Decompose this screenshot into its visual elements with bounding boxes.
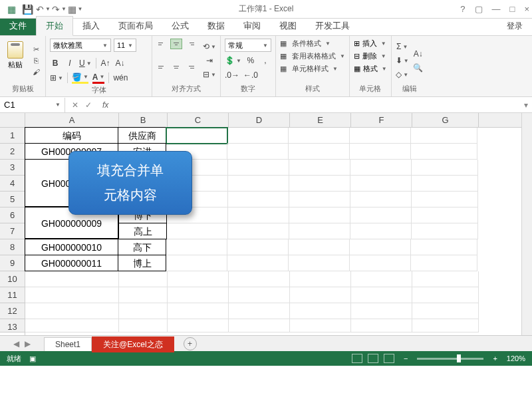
tab-data[interactable]: 数据 xyxy=(198,17,234,35)
zoom-level[interactable]: 120% xyxy=(507,354,525,362)
wrap-text-button[interactable]: ⇥ xyxy=(203,55,216,66)
tab-dev[interactable]: 开发工具 xyxy=(306,17,359,35)
comma-button[interactable]: , xyxy=(260,55,271,66)
row-header-2[interactable]: 2 xyxy=(0,144,25,160)
close-icon[interactable]: × xyxy=(524,4,529,14)
row-header-7[interactable]: 7 xyxy=(0,223,25,239)
view-normal-icon[interactable] xyxy=(352,354,362,363)
qat-custom-icon[interactable]: ▦▼ xyxy=(69,3,81,15)
sheet-nav-next-icon[interactable]: ▶ xyxy=(25,339,31,348)
percent-button[interactable]: % xyxy=(245,55,256,66)
format-painter-icon[interactable]: 🖌 xyxy=(31,67,41,76)
expand-formula-icon[interactable]: ▾ xyxy=(520,100,532,110)
tab-insert[interactable]: 插入 xyxy=(73,17,109,35)
fx-icon[interactable]: fx xyxy=(98,100,112,110)
cell-B8[interactable]: 高下 xyxy=(118,239,166,255)
cell-B7[interactable]: 高上 xyxy=(118,223,167,239)
view-layout-icon[interactable] xyxy=(368,354,378,363)
view-pagebreak-icon[interactable] xyxy=(384,354,394,363)
decrease-decimal-button[interactable]: ←.0 xyxy=(243,69,258,81)
cancel-formula-icon[interactable]: ✕ xyxy=(72,100,78,110)
row-header-12[interactable]: 12 xyxy=(0,303,25,319)
font-color-button[interactable]: A▼ xyxy=(92,72,105,84)
clear-button[interactable]: ◇▼ xyxy=(396,68,409,80)
format-cells-button[interactable]: ▦格式▼ xyxy=(354,64,387,74)
align-mid-center[interactable] xyxy=(170,62,182,72)
cell-B1[interactable]: 供应商 xyxy=(118,127,166,144)
align-mid-left[interactable] xyxy=(156,62,168,72)
row-header-11[interactable]: 11 xyxy=(0,287,25,303)
border-button[interactable]: ⊞▼ xyxy=(50,72,63,84)
font-name-combo[interactable]: 微软雅黑▼ xyxy=(50,39,111,52)
zoom-out-button[interactable]: − xyxy=(404,354,408,362)
cell-A8[interactable]: GH000000010 xyxy=(25,239,118,255)
cell-A1[interactable]: 编码 xyxy=(25,127,118,144)
grow-font-icon[interactable]: A↑ xyxy=(100,57,111,69)
col-header-F[interactable]: F xyxy=(351,113,412,127)
col-header-C[interactable]: C xyxy=(168,113,229,127)
align-mid-right[interactable] xyxy=(184,62,196,72)
tab-review[interactable]: 审阅 xyxy=(234,17,270,35)
minimize-icon[interactable]: — xyxy=(492,4,501,14)
fill-button[interactable]: ⬇▼ xyxy=(396,55,409,66)
save-icon[interactable]: 💾 xyxy=(21,3,33,15)
vertical-scrollbar[interactable] xyxy=(521,113,532,335)
row-header-8[interactable]: 8 xyxy=(0,239,25,255)
cell-B9[interactable]: 博上 xyxy=(118,255,166,271)
sheet-tab-1[interactable]: Sheet1 xyxy=(44,337,92,351)
redo-icon[interactable]: ↷▼ xyxy=(53,3,65,15)
table-format-button[interactable]: ▦套用表格格式▼ xyxy=(280,51,345,61)
paste-button[interactable]: 粘贴 xyxy=(4,39,27,82)
align-top-left[interactable] xyxy=(156,39,168,49)
tab-view[interactable]: 视图 xyxy=(270,17,306,35)
col-header-G[interactable]: G xyxy=(412,113,479,127)
col-header-B[interactable]: B xyxy=(119,113,168,127)
row-header-1[interactable]: 1 xyxy=(0,128,25,144)
find-button[interactable]: 🔍 xyxy=(413,62,424,74)
name-box[interactable]: C1▼ xyxy=(0,98,65,112)
zoom-in-button[interactable]: + xyxy=(493,354,497,362)
col-header-E[interactable]: E xyxy=(290,113,351,127)
shrink-font-icon[interactable]: A↓ xyxy=(115,57,126,69)
cell-A9[interactable]: GH000000011 xyxy=(25,255,118,271)
tab-file[interactable]: 文件 xyxy=(0,17,36,35)
bold-button[interactable]: B xyxy=(50,57,61,69)
enter-formula-icon[interactable]: ✓ xyxy=(85,100,92,110)
cell-grid[interactable]: 编码供应商 GH000000007安进 GH000000008安全 安下 三元 … xyxy=(25,128,521,335)
row-header-6[interactable]: 6 xyxy=(0,207,25,223)
sheet-tab-2[interactable]: 关注@Excel之恋 xyxy=(92,336,174,352)
orientation-button[interactable]: ⟲▼ xyxy=(203,41,216,53)
ribbon-toggle-icon[interactable]: ▢ xyxy=(475,4,483,14)
merge-button[interactable]: ⊟▼ xyxy=(203,68,216,80)
sort-filter-button[interactable]: A↓ xyxy=(413,48,424,60)
row-header-3[interactable]: 3 xyxy=(0,160,25,176)
italic-button[interactable]: I xyxy=(65,57,75,69)
delete-cells-button[interactable]: ⊟删除▼ xyxy=(354,51,387,61)
login-link[interactable]: 登录 xyxy=(497,17,532,35)
row-header-4[interactable]: 4 xyxy=(0,176,25,192)
help-icon[interactable]: ? xyxy=(460,4,465,14)
copy-icon[interactable]: ⎘ xyxy=(31,56,41,65)
autosum-button[interactable]: Σ▼ xyxy=(396,41,409,53)
col-header-A[interactable]: A xyxy=(25,113,119,127)
add-sheet-button[interactable]: + xyxy=(184,337,197,350)
zoom-slider[interactable] xyxy=(417,358,483,360)
underline-button[interactable]: U▼ xyxy=(79,57,92,69)
undo-icon[interactable]: ↶▼ xyxy=(37,3,49,15)
col-header-D[interactable]: D xyxy=(229,113,290,127)
align-top-center[interactable] xyxy=(170,39,182,49)
phonetic-button[interactable]: wén xyxy=(113,72,128,84)
cut-icon[interactable]: ✂ xyxy=(31,45,41,54)
tab-home[interactable]: 开始 xyxy=(36,16,73,36)
callout-shape[interactable]: 填充合并单 元格内容 xyxy=(68,151,192,215)
insert-cells-button[interactable]: ⊞插入▼ xyxy=(354,39,387,49)
formula-bar[interactable] xyxy=(119,98,520,112)
row-header-9[interactable]: 9 xyxy=(0,255,25,271)
maximize-icon[interactable]: □ xyxy=(510,4,515,14)
cell-C1[interactable] xyxy=(166,128,227,144)
macro-record-icon[interactable]: ▣ xyxy=(29,354,36,363)
number-format-combo[interactable]: 常规▼ xyxy=(225,39,271,52)
select-all-corner[interactable] xyxy=(0,113,25,128)
row-header-10[interactable]: 10 xyxy=(0,271,25,287)
fill-color-button[interactable]: 🪣▼ xyxy=(72,72,88,84)
